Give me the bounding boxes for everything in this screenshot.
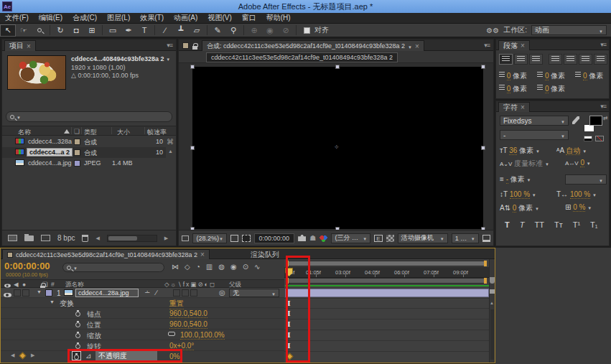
layer-row[interactable]: ▼ 1 cddecc4...28a.jpg ∸ ∕ ◎ 无 <box>1 288 284 298</box>
time-navigator-bar[interactable] <box>286 261 487 266</box>
layer-handle[interactable] <box>481 65 485 69</box>
property-name[interactable]: 锚点 <box>87 309 101 319</box>
chevron-down-icon[interactable] <box>587 203 592 211</box>
grid-guides-select[interactable]: (三分 … <box>331 233 370 243</box>
faux-italic-button[interactable]: T <box>520 220 525 229</box>
navigator-end-handle[interactable] <box>484 261 487 266</box>
pen-tool-button[interactable]: ✒ <box>121 24 136 37</box>
color-depth-button[interactable]: 8 bpc <box>57 234 75 242</box>
layer-handle[interactable] <box>190 146 195 150</box>
property-value[interactable]: 100.0,100.0% <box>180 331 225 340</box>
lock-icon[interactable] <box>192 46 197 50</box>
menu-composition[interactable]: 合成(C) <box>67 13 102 23</box>
parent-pickwhip-icon[interactable]: ◎ <box>219 289 225 297</box>
footage-thumbnail[interactable] <box>7 55 66 90</box>
shy-toggle-icon[interactable]: ∸ <box>144 289 150 297</box>
stopwatch-icon[interactable] <box>75 333 80 338</box>
hand-tool-button[interactable]: ☞ <box>16 24 32 37</box>
property-row-scale[interactable]: 缩放 100.0,100.0% <box>1 330 284 340</box>
close-icon[interactable] <box>521 42 525 50</box>
solo-column-icon[interactable]: ● <box>22 281 26 288</box>
property-value[interactable]: 960.0,540.0 <box>169 309 207 318</box>
space-before-value[interactable]: 0 <box>507 85 511 93</box>
baseline-shift-value[interactable]: 0 <box>513 204 517 213</box>
panel-menu-icon[interactable] <box>167 41 172 49</box>
project-search-input[interactable] <box>6 111 172 122</box>
align-left-button[interactable] <box>499 54 513 65</box>
black-white-swatch[interactable] <box>584 136 592 141</box>
snap-checkbox[interactable] <box>299 24 314 37</box>
chevron-down-icon[interactable] <box>582 146 587 154</box>
motion-blur-toggle[interactable] <box>182 289 189 297</box>
justify-last-right-button[interactable] <box>579 54 592 65</box>
baseline-shift-field[interactable]: A⇅ 0 像素 <box>500 203 539 213</box>
hide-shy-layers-icon[interactable]: ◔ <box>196 263 200 271</box>
chevron-down-icon[interactable] <box>587 159 591 167</box>
property-name[interactable]: 缩放 <box>87 331 101 341</box>
roto-brush-tool-button[interactable]: ✎ <box>210 24 225 37</box>
timeline-search-input[interactable] <box>62 263 164 272</box>
layer-visibility-toggle[interactable] <box>4 293 11 297</box>
panel-menu-icon[interactable] <box>600 102 606 110</box>
safe-margins-icon[interactable] <box>230 235 238 242</box>
layer-duration-bar[interactable] <box>285 289 489 297</box>
property-row-position[interactable]: 位置 960.0,540.0 <box>1 319 284 330</box>
indent-first-line-value[interactable]: 0 <box>545 72 549 80</box>
transform-group-row[interactable]: ▼ 变换 重置 <box>1 298 284 308</box>
layer-handle[interactable] <box>481 146 485 150</box>
show-snapshot-icon[interactable]: ☗ <box>309 234 316 242</box>
panel-menu-icon[interactable] <box>600 40 606 48</box>
layer-handle[interactable] <box>335 65 340 69</box>
comp-button-icon[interactable] <box>490 289 495 294</box>
indent-right-value[interactable]: 0 <box>583 72 587 80</box>
expand-layer-icon[interactable]: ▼ <box>37 289 42 294</box>
quality-toggle-icon[interactable]: ∕ <box>156 289 157 297</box>
menu-layer[interactable]: 图层(L) <box>102 13 135 23</box>
comp-mini-flowchart-icon[interactable]: ⋈ <box>172 263 179 271</box>
subscript-button[interactable]: T₁ <box>590 220 597 229</box>
indent-left-value[interactable]: 0 <box>507 72 511 80</box>
scroll-left-icon[interactable]: ◀ <box>95 235 99 241</box>
close-icon[interactable] <box>521 103 525 111</box>
align-center-button[interactable] <box>514 54 528 65</box>
threed-toggle[interactable] <box>190 289 197 297</box>
stroke-width-value[interactable]: - <box>506 175 508 184</box>
swap-colors-icon[interactable]: ⇄ <box>603 115 608 121</box>
font-family-select[interactable]: Fixedsys <box>500 116 569 126</box>
label-column-icon[interactable]: ❏ <box>42 281 48 288</box>
justify-last-left-button[interactable] <box>549 54 562 65</box>
channels-icon[interactable] <box>320 235 327 242</box>
breadcrumb[interactable]: cddecc42c11c3ee53e5d98c2af14cf9e_t014084… <box>206 52 398 62</box>
new-folder-icon[interactable] <box>24 235 34 241</box>
all-caps-button[interactable]: TT <box>534 220 544 229</box>
chevron-down-icon[interactable] <box>532 190 536 198</box>
selection-tool-button[interactable]: ↖ <box>0 24 16 37</box>
faux-bold-button[interactable]: T <box>505 220 510 229</box>
table-row[interactable]: cddecc4...328a 合成 10 <box>2 136 166 147</box>
frame-blending-icon[interactable]: ▥ <box>206 263 213 271</box>
chevron-down-icon[interactable] <box>592 190 597 198</box>
interpret-footage-icon[interactable] <box>8 235 17 241</box>
work-area-end-handle[interactable] <box>484 278 487 284</box>
puppet-pin-tool-button[interactable]: ⚲ <box>225 24 241 37</box>
layer-name[interactable]: cddecc4...28a.jpg <box>75 289 139 297</box>
no-mask-button[interactable]: ⊘ <box>278 24 294 37</box>
shape-tool-button[interactable]: ▭ <box>105 24 121 37</box>
flowchart-icon[interactable]: ⌘ <box>167 138 174 146</box>
dot-button[interactable]: ◉ <box>262 24 278 37</box>
effect-toggle[interactable] <box>173 289 180 297</box>
no-color-swatch[interactable] <box>595 136 604 141</box>
camera-tool-button[interactable]: ◘ <box>68 24 84 37</box>
chevron-down-icon[interactable] <box>408 42 412 50</box>
exposure-icon[interactable]: E <box>374 235 382 242</box>
workspace-select[interactable]: 动画 <box>531 25 607 35</box>
property-value[interactable]: 960.0,540.0 <box>169 320 207 329</box>
eraser-tool-button[interactable]: ▱ <box>189 24 205 37</box>
chevron-down-icon[interactable] <box>535 204 539 212</box>
type-tool-button[interactable]: T <box>136 24 152 37</box>
title-bar[interactable]: Adobe After Effects - 无标题项目.aep * <box>0 0 611 13</box>
font-size-value[interactable]: 36 <box>509 146 517 155</box>
parent-select[interactable]: 无 <box>229 289 279 297</box>
view-layout-select[interactable]: 1 … <box>452 233 479 243</box>
fill-color-swatch[interactable] <box>589 116 602 126</box>
